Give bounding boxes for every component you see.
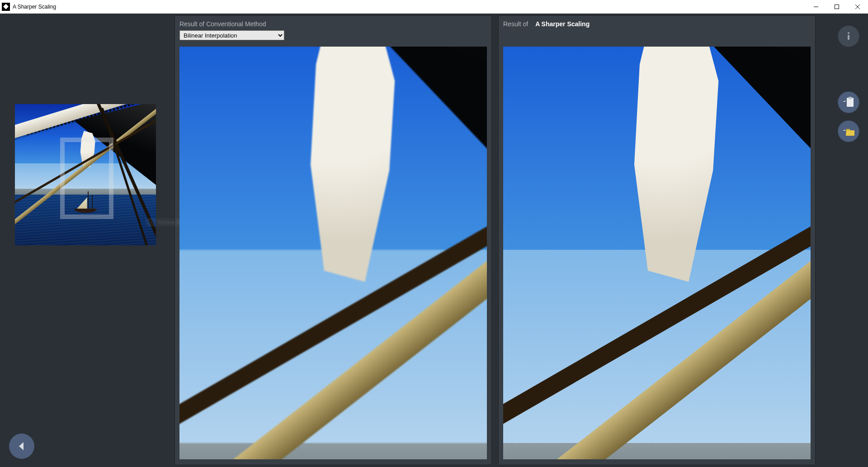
copy-to-clipboard-button[interactable] — [838, 91, 859, 113]
window-title: A Sharper Scaling — [13, 4, 56, 10]
panel-sharper-label-prefix: Result of — [503, 20, 528, 28]
plus-icon: + — [148, 219, 155, 225]
svg-rect-5 — [846, 129, 850, 130]
panel-sharper-label-bold: A Sharper Scaling — [535, 20, 590, 28]
info-icon — [844, 31, 854, 41]
svg-point-1 — [848, 32, 849, 34]
panel-sharper: Result of A Sharper Scaling — [498, 15, 816, 465]
back-button[interactable] — [9, 434, 34, 459]
panel-conventional: Result of Conventional Method Bilinear I… — [175, 15, 492, 465]
crop-selection[interactable] — [60, 138, 113, 219]
workspace: + Window Snip Result of Conventional Met… — [0, 14, 868, 467]
window-maximize-button[interactable] — [826, 0, 847, 14]
save-to-folder-button[interactable] — [838, 120, 859, 142]
sharper-result-image[interactable] — [503, 47, 811, 459]
clipboard-icon — [842, 96, 855, 108]
svg-rect-0 — [835, 5, 839, 9]
source-column — [0, 15, 175, 465]
conventional-result-image[interactable] — [179, 47, 487, 459]
source-thumbnail[interactable] — [15, 104, 156, 245]
folder-icon — [842, 125, 855, 137]
interpolation-method-select[interactable]: Bilinear Interpolation — [179, 30, 284, 40]
back-icon — [17, 441, 26, 451]
info-button[interactable] — [838, 25, 859, 47]
app-icon — [2, 3, 10, 11]
window-minimize-button[interactable] — [806, 0, 826, 14]
action-strip — [826, 15, 868, 465]
window-close-button[interactable] — [847, 0, 868, 14]
svg-rect-4 — [849, 97, 852, 99]
comparison-panels: Result of Conventional Method Bilinear I… — [175, 15, 826, 465]
titlebar: A Sharper Scaling — [0, 0, 868, 14]
svg-rect-2 — [848, 35, 849, 40]
panel-conventional-label: Result of Conventional Method — [179, 20, 266, 28]
